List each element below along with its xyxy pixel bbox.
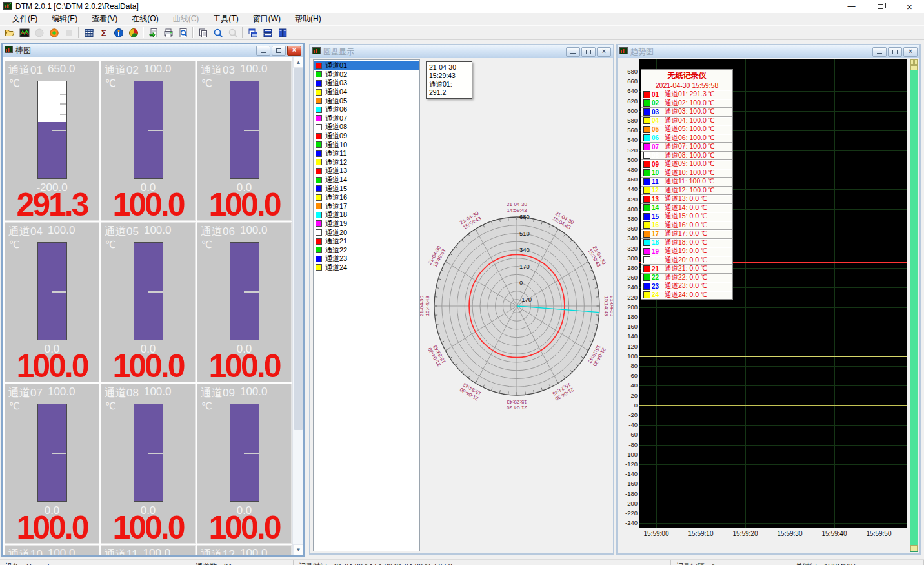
channel-list-item-15[interactable]: 通道15 xyxy=(314,184,419,193)
channel-list-item-24[interactable]: 通道24 xyxy=(314,263,419,272)
restore-button[interactable] xyxy=(581,47,596,57)
bar-panel-header: 通道01650.0 xyxy=(5,61,99,77)
channel-list-item-20[interactable]: 通道20 xyxy=(314,228,419,237)
menu-file[interactable]: 文件(F) xyxy=(5,12,45,26)
channel-number: 20 xyxy=(650,256,665,263)
y-axis-tick-label: 180 xyxy=(619,313,638,320)
legend-row-20: 20通道20: 0.0 ℃ xyxy=(641,256,732,265)
channel-list-item-18[interactable]: 通道18 xyxy=(314,211,419,220)
scrollbar[interactable]: ▲ ▼ xyxy=(292,57,303,555)
channel-list-item-1[interactable]: 通道01 xyxy=(314,61,419,70)
channel-list-item-13[interactable]: 通道13 xyxy=(314,167,419,176)
restore-button[interactable] xyxy=(888,47,902,57)
channel-list-item-23[interactable]: 通道23 xyxy=(314,254,419,263)
channel-list-item-4[interactable]: 通道04 xyxy=(314,88,419,97)
statistics-sigma-icon[interactable]: Σ xyxy=(96,26,111,39)
menu-help[interactable]: 帮助(H) xyxy=(288,12,328,26)
scroll-button[interactable] xyxy=(914,59,918,65)
menu-edit[interactable]: 编辑(E) xyxy=(45,12,85,26)
range-max: 100.0 xyxy=(144,224,172,239)
channel-name: 通道06 xyxy=(201,224,235,239)
close-button[interactable]: × xyxy=(895,0,924,13)
svg-text:21-04-3014:59:43: 21-04-3014:59:43 xyxy=(507,201,528,213)
legend-row-19: 19通道19: 0.0 ℃ xyxy=(641,247,732,256)
scroll-button[interactable] xyxy=(910,65,918,70)
bar-graph-window-titlebar[interactable]: 棒图 × xyxy=(3,44,303,57)
channel-list-item-2[interactable]: 通道02 xyxy=(314,70,419,79)
data-table-icon[interactable] xyxy=(81,26,96,39)
channel-list-item-7[interactable]: 通道07 xyxy=(314,114,419,123)
minimize-button[interactable] xyxy=(566,47,580,57)
trend-chart-window-titlebar[interactable]: 趋势图 × xyxy=(618,45,919,58)
gridline-horizontal xyxy=(639,445,907,446)
channel-list-item-9[interactable]: 通道09 xyxy=(314,132,419,141)
channel-value-text: 通道03: 100.0 ℃ xyxy=(665,107,714,116)
channel-list-item-6[interactable]: 通道06 xyxy=(314,105,419,114)
pie-chart-icon[interactable] xyxy=(126,26,141,39)
tile-horizontal-icon[interactable] xyxy=(260,26,275,39)
bar-gauge xyxy=(37,81,67,179)
y-axis-tick-label: 640 xyxy=(619,87,638,94)
scroll-down-button[interactable]: ▼ xyxy=(293,544,303,555)
scrollbar-thumb[interactable] xyxy=(294,68,303,430)
channel-list-item-10[interactable]: 通道10 xyxy=(314,140,419,149)
bar-gauge xyxy=(134,81,163,179)
menu-online[interactable]: 在线(O) xyxy=(125,12,165,26)
tile-vertical-icon[interactable] xyxy=(275,26,290,39)
y-axis-tick-label: 100 xyxy=(619,353,638,360)
channel-list-label: 通道24 xyxy=(325,263,347,272)
channel-color-swatch xyxy=(316,124,322,130)
print-preview-icon[interactable] xyxy=(176,26,190,39)
channel-list-item-22[interactable]: 通道22 xyxy=(314,245,419,254)
menu-tools[interactable]: 工具(T) xyxy=(206,12,245,26)
record-circle-icon[interactable] xyxy=(46,26,61,39)
channel-list-item-19[interactable]: 通道19 xyxy=(314,220,419,229)
svg-text:21-04-3015:14:43: 21-04-3015:14:43 xyxy=(603,296,613,317)
channel-list-item-11[interactable]: 通道11 xyxy=(314,149,419,158)
scroll-button[interactable] xyxy=(910,59,914,65)
channel-list-item-5[interactable]: 通道05 xyxy=(314,96,419,105)
channel-color-swatch xyxy=(643,134,650,141)
channel-list-item-8[interactable]: 通道08 xyxy=(314,123,419,132)
zoom-icon[interactable] xyxy=(210,26,225,39)
restore-button[interactable] xyxy=(866,0,895,13)
open-folder-icon[interactable] xyxy=(2,26,17,39)
info-circle-icon[interactable] xyxy=(111,26,126,39)
minimize-button[interactable]: — xyxy=(837,0,866,13)
cascade-windows-icon[interactable] xyxy=(245,26,260,39)
channel-list-item-17[interactable]: 通道17 xyxy=(314,202,419,211)
menu-window[interactable]: 窗口(W) xyxy=(246,12,288,26)
channel-list-item-14[interactable]: 通道14 xyxy=(314,176,419,185)
channel-value-text: 通道08: 100.0 ℃ xyxy=(665,151,714,160)
copy-icon[interactable] xyxy=(196,26,210,39)
bar-mid-tick xyxy=(52,130,66,131)
channel-color-swatch xyxy=(316,133,322,139)
y-axis-tick-label: 560 xyxy=(619,127,638,134)
channel-list-item-16[interactable]: 通道16 xyxy=(314,193,419,202)
channel-list-item-21[interactable]: 通道21 xyxy=(314,237,419,246)
print-icon[interactable] xyxy=(161,26,176,39)
disc-display-window-titlebar[interactable]: 圆盘显示 × xyxy=(310,45,613,58)
channel-list-item-12[interactable]: 通道12 xyxy=(314,158,419,167)
realtime-chart-icon[interactable] xyxy=(17,26,32,39)
bar-panel-header: 通道07100.0 xyxy=(5,384,99,400)
minimize-button[interactable] xyxy=(872,47,887,57)
close-button[interactable]: × xyxy=(903,47,918,57)
minimize-button[interactable] xyxy=(256,46,270,56)
menu-view[interactable]: 查看(V) xyxy=(85,12,125,26)
channel-list-item-3[interactable]: 通道03 xyxy=(314,79,419,88)
bar-panel-12: 通道12100.0℃0.0100.0 xyxy=(197,545,292,555)
export-data-icon[interactable] xyxy=(146,26,161,39)
pause-circle-icon xyxy=(32,26,46,39)
close-button[interactable]: × xyxy=(287,46,301,56)
y-axis-tick-label: 580 xyxy=(619,117,638,124)
bar-mid-tick xyxy=(148,291,163,293)
restore-button[interactable] xyxy=(272,46,286,56)
channel-color-swatch xyxy=(643,213,650,220)
channel-value-text: 通道05: 100.0 ℃ xyxy=(665,125,714,134)
trend-scrollbar[interactable] xyxy=(910,59,918,552)
scroll-up-button[interactable]: ▲ xyxy=(293,57,303,68)
channel-value-text: 通道04: 100.0 ℃ xyxy=(665,116,714,125)
scroll-button[interactable] xyxy=(910,545,918,551)
close-button[interactable]: × xyxy=(597,47,611,57)
